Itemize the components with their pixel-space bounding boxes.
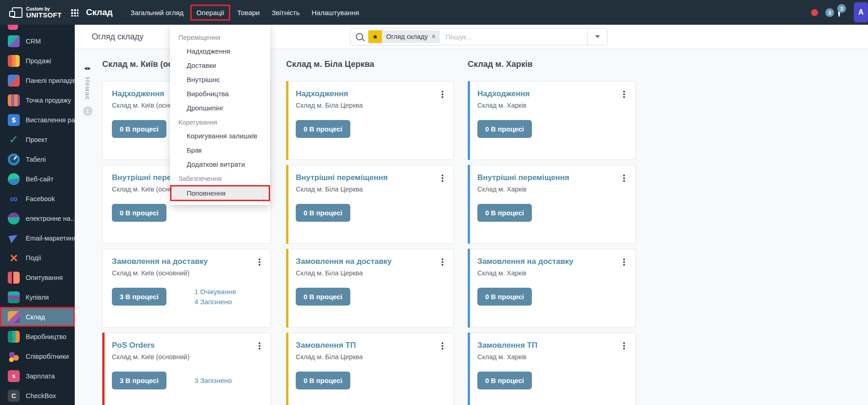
menu-item-inventory-adjustments[interactable]: Коригування залишків [170, 129, 270, 143]
kanban-card[interactable]: Замовлення ТПСклад м. Харків0 В процесі [468, 333, 636, 405]
menu-item-replenishment[interactable]: Поповнення [170, 185, 270, 201]
in-progress-button[interactable]: 0 В процесі [112, 120, 166, 138]
nav-item-products[interactable]: Товари [232, 5, 265, 20]
sidebar-item-purchase[interactable]: Купівля [0, 287, 75, 307]
kanban-card[interactable]: Замовлення на доставкуСклад м. Київ (осн… [102, 249, 271, 328]
search-facet: ★ Огляд складу × [368, 30, 440, 43]
kebab-menu-icon[interactable] [259, 258, 260, 260]
brand-logo-line2: UNITSOFT [26, 11, 61, 18]
menu-item-scrap[interactable]: Брак [170, 143, 270, 157]
card-status-link[interactable]: 1 Очікування [194, 288, 236, 296]
sidebar-item-surveys[interactable]: Опитування [0, 268, 75, 287]
menu-item-manufacturings[interactable]: Виробництва [170, 87, 270, 101]
search-options-toggle[interactable] [587, 28, 607, 45]
in-progress-button[interactable]: 0 В процесі [477, 120, 532, 138]
folded-column[interactable]: ◀▶ Немає 1 [80, 66, 95, 116]
sidebar-item-timesheets[interactable]: Табелі [0, 149, 75, 169]
sidebar-item-label: Проект [26, 136, 48, 143]
kebab-menu-icon[interactable] [623, 258, 625, 260]
kanban-card[interactable]: Замовлення на доставкуСклад м. Біла Церк… [286, 249, 454, 328]
page: Custom by UNITSOFT Склад Загальний огляд… [0, 0, 868, 405]
card-title-link[interactable]: PoS Orders [112, 341, 255, 350]
nav-item-reporting[interactable]: Звітність [266, 5, 304, 20]
kanban-card[interactable]: Замовлення на доставкуСклад м. Харків0 В… [468, 249, 636, 328]
kebab-menu-icon[interactable] [623, 342, 625, 344]
menu-item-internal[interactable]: Внутрішнє [170, 72, 270, 87]
kanban-card[interactable]: Внутрішні переміщенняСклад м. Харків0 В … [468, 165, 636, 244]
kebab-menu-icon[interactable] [442, 258, 443, 260]
sidebar-item-crm[interactable]: CRM [0, 31, 75, 51]
apps-grid-icon[interactable] [71, 9, 78, 16]
in-progress-button[interactable]: 3 В процесі [112, 372, 166, 389]
sidebar-item-project[interactable]: Проект [0, 130, 75, 149]
menu-item-dropship[interactable]: Дропшипінг [170, 101, 270, 115]
brand-logo[interactable]: Custom by UNITSOFT [0, 7, 68, 18]
card-list: НадходженняСклад м. Біла Церква0 В проце… [286, 81, 454, 405]
card-title-link[interactable]: Замовлення ТП [477, 341, 619, 350]
card-title-link[interactable]: Внутрішні переміщення [477, 173, 619, 182]
card-title-link[interactable]: Замовлення на доставку [296, 257, 438, 266]
sidebar-item-email-marketing[interactable]: Email-маркетинг [0, 228, 75, 248]
search-input[interactable] [444, 33, 587, 41]
sidebar-item-sales[interactable]: Продажі [0, 51, 75, 71]
in-progress-button[interactable]: 0 В процесі [112, 204, 166, 222]
column-title: Склад м. Біла Церква [286, 60, 454, 72]
kanban-card[interactable]: НадходженняСклад м. Харків0 В процесі [468, 81, 636, 160]
kanban-card[interactable]: НадходженняСклад м. Біла Церква0 В проце… [286, 81, 454, 160]
in-progress-button[interactable]: 0 В процесі [296, 120, 350, 138]
kebab-menu-icon[interactable] [442, 91, 443, 93]
in-progress-button[interactable]: 3 В процесі [112, 288, 166, 306]
sidebar-item-facebook[interactable]: Facebook [0, 189, 75, 208]
card-title-link[interactable]: Внутрішні переміщення [296, 173, 438, 182]
card-title-link[interactable]: Замовлення на доставку [112, 257, 255, 266]
card-title-link[interactable]: Надходження [477, 89, 619, 99]
menu-item-receipts[interactable]: Надходження [170, 44, 270, 58]
sidebar-item-partial[interactable] [0, 25, 75, 31]
kebab-menu-icon[interactable] [442, 175, 443, 176]
in-progress-button[interactable]: 0 В процесі [477, 288, 532, 306]
menu-item-landed-costs[interactable]: Додаткові витрати [170, 157, 270, 171]
sidebar-item-employees[interactable]: Співробітники [0, 346, 75, 366]
sidebar-item-dashboards[interactable]: Панелі приладів [0, 71, 75, 90]
sidebar-item-manufacturing[interactable]: Виробництво [0, 327, 75, 346]
surveys-icon [8, 272, 20, 284]
kanban-card[interactable]: PoS OrdersСклад м. Київ (основний)3 В пр… [102, 333, 271, 405]
sidebar-item-inventory[interactable]: Склад [0, 307, 75, 327]
kebab-menu-icon[interactable] [259, 342, 260, 344]
card-title-link[interactable]: Замовлення ТП [296, 341, 438, 350]
sidebar-item-checkbox[interactable]: CheckBox [0, 386, 75, 405]
card-status-link[interactable]: 4 Запізнено [194, 298, 232, 306]
facet-remove-icon[interactable]: × [431, 33, 436, 40]
menu-item-deliveries[interactable]: Доставки [170, 58, 270, 72]
sidebar-item-elearning[interactable]: електронне на... [0, 208, 75, 228]
kebab-menu-icon[interactable] [442, 342, 443, 344]
sidebar-item-pos[interactable]: Точка продажу [0, 90, 75, 110]
kanban-card[interactable]: Замовлення ТПСклад м. Біла Церква0 В про… [286, 333, 454, 405]
in-progress-button[interactable]: 0 В процесі [477, 204, 532, 222]
sidebar-item-website[interactable]: Веб-сайт [0, 169, 75, 189]
activities-button[interactable]: 3 [838, 8, 840, 16]
kanban-card[interactable]: Внутрішні переміщенняСклад м. Біла Церкв… [286, 165, 454, 244]
operations-dropdown-menu: ПереміщенняНадходженняДоставкиВнутрішнєВ… [170, 25, 270, 205]
card-status-link[interactable]: 3 Запізнено [194, 377, 232, 384]
sidebar: CRMПродажіПанелі приладівТочка продажуВи… [0, 25, 75, 405]
card-title-link[interactable]: Надходження [296, 89, 438, 99]
sidebar-item-invoicing[interactable]: Виставлення ра... [0, 110, 75, 130]
card-title-link[interactable]: Замовлення на доставку [477, 257, 619, 266]
user-avatar[interactable]: A [854, 2, 868, 22]
app-name[interactable]: Склад [86, 7, 112, 17]
in-progress-button[interactable]: 0 В процесі [296, 288, 350, 306]
search-bar[interactable]: ★ Огляд складу × [350, 28, 608, 45]
kebab-menu-icon[interactable] [623, 91, 625, 93]
sidebar-item-events[interactable]: Події [0, 248, 75, 268]
in-progress-button[interactable]: 0 В процесі [296, 372, 350, 389]
nav-item-overview[interactable]: Загальний огляд [126, 5, 189, 20]
in-progress-button[interactable]: 0 В процесі [296, 204, 350, 222]
in-progress-button[interactable]: 0 В процесі [477, 372, 532, 389]
sidebar-item-payroll[interactable]: Зарплата [0, 366, 75, 386]
nav-item-operations[interactable]: Операції [190, 5, 230, 21]
expand-column-icon[interactable]: ◀▶ [84, 66, 91, 71]
nav-item-settings[interactable]: Налаштування [307, 5, 365, 20]
partial-icon [8, 25, 18, 30]
kebab-menu-icon[interactable] [623, 175, 625, 176]
